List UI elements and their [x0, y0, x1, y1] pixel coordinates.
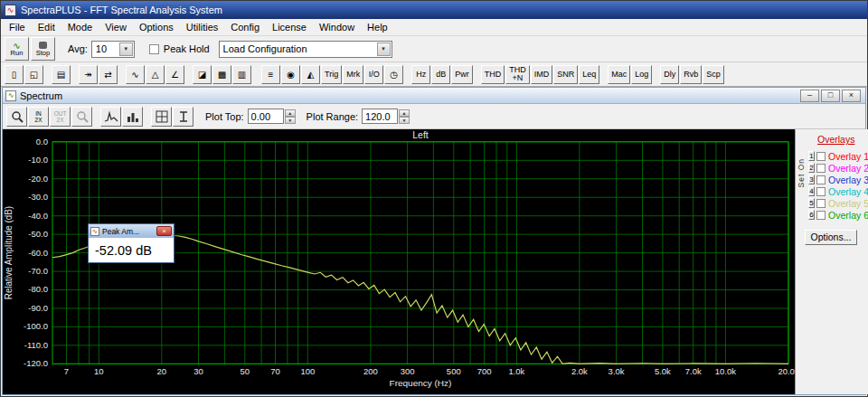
toolbar-button-units-hz[interactable]: Hz — [411, 65, 430, 84]
toolbar-button-scope[interactable]: Scp — [703, 65, 724, 84]
toolbar-button-units-db[interactable]: dB — [431, 65, 450, 84]
peak-amplitude-window[interactable]: ∿ Peak Am... × -52.09 dB — [88, 223, 175, 263]
toolbar-button-imd[interactable]: IMD — [531, 65, 553, 84]
plot-range-input[interactable] — [362, 109, 398, 124]
chevron-down-icon[interactable]: ▼ — [119, 43, 133, 56]
spin-down-icon[interactable]: ▼ — [285, 117, 296, 124]
amplitude-ruler-button[interactable] — [173, 107, 193, 127]
plot-top-input[interactable] — [248, 109, 284, 124]
menu-item-file[interactable]: File — [3, 20, 32, 34]
overlay-options-button[interactable]: Options... — [805, 230, 857, 245]
restore-button[interactable]: □ — [821, 90, 840, 102]
toolbar-button-spectrum-view[interactable]: △ — [146, 65, 165, 84]
overlay-1-checkbox[interactable] — [816, 152, 826, 161]
toolbar-button-timer-clock[interactable]: ◷ — [384, 65, 403, 84]
menu-item-license[interactable]: License — [266, 20, 313, 34]
overlay-5-label: Overlay 5 — [828, 198, 868, 209]
svg-text:-60.0: -60.0 — [28, 248, 48, 258]
toolbar-button-notes-log[interactable]: ≡ — [261, 65, 280, 84]
svg-text:-120.0: -120.0 — [24, 358, 48, 368]
load-configuration-dropdown[interactable]: Load Configuration ▼ — [219, 41, 392, 58]
toolbar-button-delay[interactable]: Dly — [660, 65, 679, 84]
main-toolbar: ∿ Run Stop Avg: 10 ▼ Peak Hold Load Conf… — [1, 36, 867, 62]
spin-up-icon[interactable]: ▲ — [399, 109, 410, 117]
menu-item-options[interactable]: Options — [133, 20, 180, 34]
svg-text:3.0k: 3.0k — [609, 366, 625, 376]
toolbar-button-open-file[interactable]: ◱ — [24, 65, 43, 84]
zoom-tool-button[interactable] — [6, 107, 27, 127]
toolbar-button-markers[interactable]: Mrk — [343, 65, 363, 84]
spectrum-window-title: Spectrum — [20, 90, 62, 101]
toolbar-button-thd-plus-n[interactable]: THD +N — [505, 65, 530, 84]
toolbar-button-phase-view[interactable]: ∠ — [165, 65, 184, 84]
svg-text:70: 70 — [270, 366, 280, 376]
toolbar-button-io-device[interactable]: I/O — [364, 65, 383, 84]
overlay-1-button[interactable]: 1 — [808, 151, 815, 161]
menu-item-config[interactable]: Config — [224, 20, 266, 34]
secondary-toolbar: ▯◱▤↠⇄∿△∠◪▩▥≡◉◭TrigMrkI/O◷HzdBPwrTHDTHD +… — [1, 62, 867, 87]
overlay-6-checkbox[interactable] — [816, 211, 826, 220]
overlay-5-button[interactable]: 5 — [808, 198, 815, 208]
toolbar-button-print[interactable]: ▤ — [52, 65, 71, 84]
toolbar-button-logging[interactable]: Log — [631, 65, 652, 84]
stop-button[interactable]: Stop — [31, 37, 55, 61]
spin-down-icon[interactable]: ▼ — [399, 117, 410, 124]
zoom-in-label: IN 2X — [35, 110, 42, 123]
overlay-2-button[interactable]: 2 — [808, 163, 815, 173]
menu-item-edit[interactable]: Edit — [32, 20, 61, 34]
minimize-button[interactable]: – — [800, 90, 819, 102]
close-icon[interactable]: × — [156, 226, 172, 236]
toolbar-button-new-document[interactable]: ▯ — [5, 65, 24, 84]
peak-curve-button[interactable] — [100, 107, 121, 127]
toolbar-button-surface-view[interactable]: ◪ — [193, 65, 212, 84]
toolbar-button-io-route[interactable]: ⇄ — [99, 65, 118, 84]
svg-text:1.0k: 1.0k — [508, 366, 524, 376]
toolbar-button-time-series-view[interactable]: ∿ — [126, 65, 145, 84]
toolbar-button-macro[interactable]: Mac — [608, 65, 630, 84]
chevron-down-icon[interactable]: ▼ — [377, 43, 391, 56]
toolbar-button-trigger[interactable]: Trig — [321, 65, 342, 84]
svg-text:-10.0: -10.0 — [28, 155, 48, 165]
overlay-3-checkbox[interactable] — [816, 175, 826, 184]
zoom-reset-button[interactable] — [71, 107, 92, 127]
toolbar-button-leq[interactable]: Leq — [579, 65, 599, 84]
overlay-4-checkbox[interactable] — [816, 187, 826, 196]
toolbar-button-spectrogram-view[interactable]: ▩ — [212, 65, 231, 84]
close-button[interactable]: × — [842, 90, 861, 102]
overlay-6-button[interactable]: 6 — [808, 210, 815, 220]
toolbar-button-play-forward[interactable]: ↠ — [79, 65, 98, 84]
svg-text:0.0: 0.0 — [36, 137, 48, 147]
toolbar-button-level-alarm[interactable]: ◭ — [301, 65, 320, 84]
spin-up-icon[interactable]: ▲ — [285, 109, 296, 117]
overlay-3-button[interactable]: 3 — [808, 175, 815, 184]
toolbar-button-units-pwr[interactable]: Pwr — [451, 65, 473, 84]
toolbar-button-octave-view[interactable]: ▥ — [232, 65, 251, 84]
zoom-out-2x-button[interactable]: OUT 2X — [50, 107, 71, 127]
zoom-in-2x-button[interactable]: IN 2X — [28, 107, 49, 127]
menu-item-help[interactable]: Help — [361, 20, 394, 34]
peak-hold-checkbox[interactable] — [149, 44, 159, 54]
overlay-1-label: Overlay 1 — [828, 151, 868, 162]
run-button[interactable]: ∿ Run — [5, 37, 29, 61]
grid-options-button[interactable] — [151, 107, 172, 127]
toolbar-button-scope-display[interactable]: ◉ — [281, 65, 300, 84]
averages-dropdown[interactable]: 10 ▼ — [91, 41, 135, 58]
svg-text:20: 20 — [157, 366, 167, 376]
spectrum-titlebar[interactable]: ∿ Spectrum – □ × — [3, 88, 865, 104]
toolbar-button-snr[interactable]: SNR — [553, 65, 578, 84]
menu-item-mode[interactable]: Mode — [61, 20, 99, 34]
menu-item-view[interactable]: View — [99, 20, 133, 34]
overlay-2-checkbox[interactable] — [816, 164, 826, 173]
svg-text:-40.0: -40.0 — [28, 211, 48, 221]
menu-item-utilities[interactable]: Utilities — [180, 20, 224, 34]
chart-title: Left — [412, 130, 429, 140]
overlay-5-checkbox[interactable] — [816, 199, 826, 208]
toolbar-button-thd[interactable]: THD — [481, 65, 505, 84]
toolbar-button-reverb[interactable]: Rvb — [680, 65, 702, 84]
bar-display-button[interactable] — [122, 107, 143, 127]
overlays-panel: Overlays Set On 1Overlay 12Overlay 23Ove… — [795, 129, 868, 394]
application-window: ∿ SpectraPLUS - FFT Spectral Analysis Sy… — [0, 0, 868, 397]
overlay-4-button[interactable]: 4 — [808, 186, 815, 196]
menu-item-window[interactable]: Window — [313, 20, 361, 34]
peak-amplitude-titlebar[interactable]: ∿ Peak Am... × — [89, 224, 174, 238]
